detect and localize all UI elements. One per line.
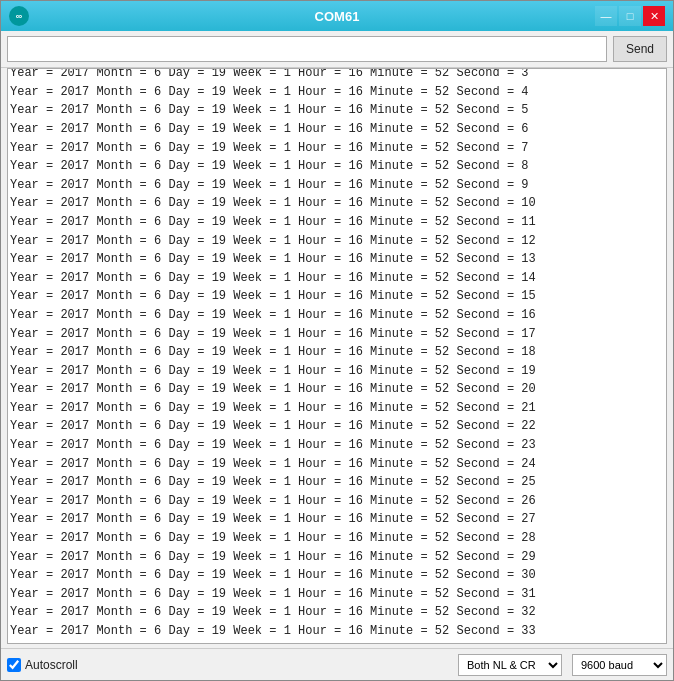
send-button[interactable]: Send — [613, 36, 667, 62]
serial-line: Year = 2017 Month = 6 Day = 19 Week = 1 … — [8, 548, 666, 567]
serial-line: Year = 2017 Month = 6 Day = 19 Week = 1 … — [8, 194, 666, 213]
serial-line: Year = 2017 Month = 6 Day = 19 Week = 1 … — [8, 176, 666, 195]
serial-line: Year = 2017 Month = 6 Day = 19 Week = 1 … — [8, 566, 666, 585]
serial-line: Year = 2017 Month = 6 Day = 19 Week = 1 … — [8, 343, 666, 362]
status-bar: Autoscroll No line endingNewlineCarriage… — [1, 648, 673, 680]
serial-line: Year = 2017 Month = 6 Day = 19 Week = 1 … — [8, 473, 666, 492]
serial-output-scroll[interactable]: Year = 2017 Month = 6 Day = 19 Week = 1 … — [8, 69, 666, 643]
serial-line: Year = 2017 Month = 6 Day = 19 Week = 1 … — [8, 83, 666, 102]
serial-line: Year = 2017 Month = 6 Day = 19 Week = 1 … — [8, 157, 666, 176]
close-button[interactable]: ✕ — [643, 6, 665, 26]
line-ending-select[interactable]: No line endingNewlineCarriage returnBoth… — [458, 654, 562, 676]
serial-line: Year = 2017 Month = 6 Day = 19 Week = 1 … — [8, 417, 666, 436]
serial-line: Year = 2017 Month = 6 Day = 19 Week = 1 … — [8, 69, 666, 83]
serial-output-area: Year = 2017 Month = 6 Day = 19 Week = 1 … — [7, 68, 667, 644]
serial-line: Year = 2017 Month = 6 Day = 19 Week = 1 … — [8, 399, 666, 418]
serial-line: Year = 2017 Month = 6 Day = 19 Week = 1 … — [8, 250, 666, 269]
title-bar-left: ∞ — [9, 6, 29, 26]
toolbar: Send — [1, 31, 673, 68]
serial-line: Year = 2017 Month = 6 Day = 19 Week = 1 … — [8, 101, 666, 120]
serial-line: Year = 2017 Month = 6 Day = 19 Week = 1 … — [8, 510, 666, 529]
serial-line: Year = 2017 Month = 6 Day = 19 Week = 1 … — [8, 139, 666, 158]
window-controls: — □ ✕ — [595, 6, 665, 26]
autoscroll-checkbox[interactable] — [7, 658, 21, 672]
serial-line: Year = 2017 Month = 6 Day = 19 Week = 1 … — [8, 362, 666, 381]
arduino-logo-icon: ∞ — [9, 6, 29, 26]
serial-line: Year = 2017 Month = 6 Day = 19 Week = 1 … — [8, 380, 666, 399]
serial-line: Year = 2017 Month = 6 Day = 19 Week = 1 … — [8, 436, 666, 455]
window-title: COM61 — [1, 9, 673, 24]
serial-line: Year = 2017 Month = 6 Day = 19 Week = 1 … — [8, 529, 666, 548]
title-bar: ∞ COM61 — □ ✕ — [1, 1, 673, 31]
serial-line: Year = 2017 Month = 6 Day = 19 Week = 1 … — [8, 622, 666, 641]
autoscroll-label[interactable]: Autoscroll — [7, 658, 78, 672]
serial-line: Year = 2017 Month = 6 Day = 19 Week = 1 … — [8, 120, 666, 139]
serial-input[interactable] — [7, 36, 607, 62]
serial-line: Year = 2017 Month = 6 Day = 19 Week = 1 … — [8, 306, 666, 325]
serial-line: Year = 2017 Month = 6 Day = 19 Week = 1 … — [8, 603, 666, 622]
serial-line: Year = 2017 Month = 6 Day = 19 Week = 1 … — [8, 269, 666, 288]
serial-line: Year = 2017 Month = 6 Day = 19 Week = 1 … — [8, 585, 666, 604]
serial-line: Year = 2017 Month = 6 Day = 19 Week = 1 … — [8, 492, 666, 511]
baud-rate-select[interactable]: 300 baud1200 baud2400 baud4800 baud9600 … — [572, 654, 667, 676]
serial-line: Year = 2017 Month = 6 Day = 19 Week = 1 … — [8, 287, 666, 306]
maximize-button[interactable]: □ — [619, 6, 641, 26]
serial-line: Year = 2017 Month = 6 Day = 19 Week = 1 … — [8, 325, 666, 344]
serial-line: Year = 2017 Month = 6 Day = 19 Week = 1 … — [8, 213, 666, 232]
minimize-button[interactable]: — — [595, 6, 617, 26]
serial-line: Year = 2017 Month = 6 Day = 19 Week = 1 … — [8, 455, 666, 474]
serial-line: Year = 2017 Month = 6 Day = 19 Week = 1 … — [8, 232, 666, 251]
main-window: ∞ COM61 — □ ✕ Send Year = 2017 Month = 6… — [0, 0, 674, 681]
